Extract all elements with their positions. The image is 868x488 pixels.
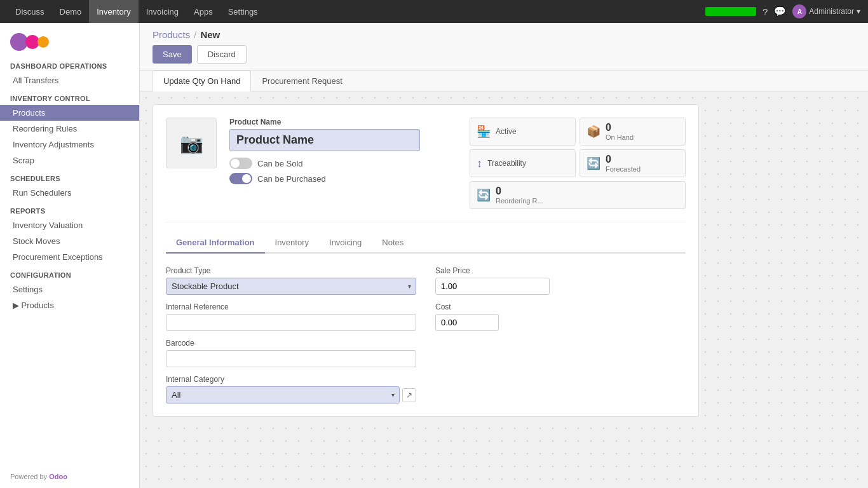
status-btn-on-hand[interactable]: 📦 0 On Hand [580, 118, 686, 146]
active-label: Active [496, 127, 517, 136]
sidebar-item-run-schedulers[interactable]: Run Schedulers [0, 185, 139, 201]
reordering-icon: 🔄 [477, 188, 491, 202]
action-buttons: Save Discard [153, 45, 855, 64]
nav-item-inventory[interactable]: Inventory [89, 0, 138, 23]
sidebar-item-settings[interactable]: Settings [0, 281, 139, 297]
internal-reference-label: Internal Reference [166, 302, 416, 311]
logo-circle3 [37, 36, 49, 48]
internal-category-group: Internal Category All ▾ ↗ [166, 375, 416, 403]
nav-item-invoicing[interactable]: Invoicing [139, 0, 186, 23]
nav-item-discuss[interactable]: Discuss [8, 0, 52, 23]
sale-price-group: Sale Price [435, 266, 686, 295]
internal-reference-input[interactable] [166, 314, 416, 331]
breadcrumb-separator: / [194, 29, 196, 40]
section-title-inventory-control: Inventory Control [0, 88, 139, 105]
status-btn-reordering[interactable]: 🔄 0 Reordering R... [470, 181, 686, 209]
content-header: Products / New Save Discard [140, 23, 868, 71]
on-hand-count: 0 [606, 122, 634, 133]
avatar: A [792, 4, 806, 18]
status-btn-traceability[interactable]: ↕ Traceability [470, 149, 576, 177]
product-name-input[interactable] [229, 129, 420, 151]
status-btn-active[interactable]: 🏪 Active [470, 118, 576, 146]
progress-bar [705, 7, 756, 16]
breadcrumb-products-link[interactable]: Products [153, 29, 190, 40]
barcode-label: Barcode [166, 339, 416, 348]
inner-tab-notes[interactable]: Notes [372, 233, 414, 254]
inner-tabs: General Information Inventory Invoicing … [166, 233, 686, 254]
nav-item-apps[interactable]: Apps [186, 0, 220, 23]
username: Administrator [809, 7, 854, 16]
cost-label: Cost [435, 302, 686, 311]
main-layout: Dashboard Operations All Transfers Inven… [0, 23, 868, 488]
sidebar-item-stock-moves[interactable]: Stock Moves [0, 233, 139, 249]
sale-price-label: Sale Price [435, 266, 686, 275]
sale-price-input[interactable] [435, 278, 550, 295]
internal-category-select-wrapper: All ▾ [166, 386, 400, 403]
on-hand-label: On Hand [606, 133, 634, 141]
reordering-count: 0 [496, 186, 543, 197]
product-name-label: Product Name [229, 118, 457, 126]
status-btn-forecasted-info: 0 Forecasted [606, 154, 641, 173]
can-be-purchased-toggle[interactable] [229, 173, 252, 184]
sidebar-item-products[interactable]: Products [0, 105, 139, 121]
sidebar-item-reordering-rules[interactable]: Reordering Rules [0, 121, 139, 137]
forecasted-icon: 🔄 [587, 156, 600, 170]
sidebar-item-scrap[interactable]: Scrap [0, 152, 139, 168]
user-menu[interactable]: A Administrator ▾ [792, 4, 860, 18]
toggles-row: Can be Sold Can be Purchased [229, 158, 457, 184]
product-type-label: Product Type [166, 266, 416, 275]
inner-tab-invoicing[interactable]: Invoicing [319, 233, 372, 254]
reordering-label: Reordering R... [496, 197, 543, 205]
inner-tab-general[interactable]: General Information [166, 233, 265, 254]
top-nav: Discuss Demo Inventory Invoicing Apps Se… [0, 0, 868, 23]
save-button[interactable]: Save [153, 45, 192, 64]
sidebar-item-procurement-exceptions[interactable]: Procurement Exceptions [0, 249, 139, 265]
help-icon[interactable]: ? [763, 6, 768, 17]
product-type-select[interactable]: Stockable Product Consumable Service [166, 278, 416, 295]
sidebar-footer: Powered by Odoo [0, 465, 139, 488]
status-btn-active-label: Active [496, 127, 517, 136]
form-right: Sale Price Cost [435, 266, 686, 403]
cost-input[interactable] [435, 314, 499, 331]
tab-procurement-request[interactable]: Procurement Request [251, 71, 353, 92]
internal-category-external-link[interactable]: ↗ [402, 388, 416, 402]
tab-update-qty-on-hand[interactable]: Update Qty On Hand [153, 71, 251, 92]
status-btn-reordering-info: 0 Reordering R... [496, 186, 543, 205]
status-btn-forecasted[interactable]: 🔄 0 Forecasted [580, 149, 686, 177]
section-title-schedulers: Schedulers [0, 168, 139, 185]
chat-icon[interactable]: 💬 [774, 6, 786, 17]
on-hand-icon: 📦 [587, 125, 600, 139]
toggle-knob-sold [231, 159, 240, 168]
forecasted-label: Forecasted [606, 165, 641, 173]
inner-tab-inventory[interactable]: Inventory [265, 233, 319, 254]
product-type-group: Product Type Stockable Product Consumabl… [166, 266, 416, 295]
form-left: Product Type Stockable Product Consumabl… [166, 266, 416, 403]
sidebar-item-all-transfers[interactable]: All Transfers [0, 72, 139, 88]
can-be-sold-row: Can be Sold [229, 158, 457, 169]
section-title-dashboard: Dashboard Operations [0, 56, 139, 72]
can-be-sold-toggle[interactable] [229, 158, 252, 169]
sidebar-item-inventory-adjustments[interactable]: Inventory Adjustments [0, 137, 139, 152]
barcode-group: Barcode [166, 339, 416, 367]
sidebar-item-inventory-valuation[interactable]: Inventory Valuation [0, 217, 139, 233]
product-image-upload[interactable]: 📷 [166, 118, 217, 168]
traceability-label: Traceability [487, 159, 526, 168]
breadcrumb-current: New [200, 29, 220, 40]
cost-group: Cost [435, 302, 686, 331]
internal-category-select[interactable]: All [166, 386, 400, 403]
traceability-icon: ↕ [477, 157, 482, 170]
sidebar-logo [0, 23, 139, 56]
internal-category-label: Internal Category [166, 375, 416, 384]
sidebar-item-config-products[interactable]: ▶ Products [0, 297, 139, 313]
product-type-select-wrapper: Stockable Product Consumable Service ▾ [166, 278, 416, 295]
toggle-knob-purchased [242, 174, 251, 183]
nav-item-settings[interactable]: Settings [220, 0, 266, 23]
can-be-sold-label: Can be Sold [257, 159, 303, 168]
nav-item-demo[interactable]: Demo [52, 0, 90, 23]
section-title-configuration: Configuration [0, 265, 139, 281]
discard-button[interactable]: Discard [197, 45, 247, 64]
barcode-input[interactable] [166, 350, 416, 367]
odoo-logo [10, 33, 129, 51]
section-title-reports: Reports [0, 201, 139, 217]
product-header: 📷 Product Name Can be Sold [166, 118, 686, 209]
